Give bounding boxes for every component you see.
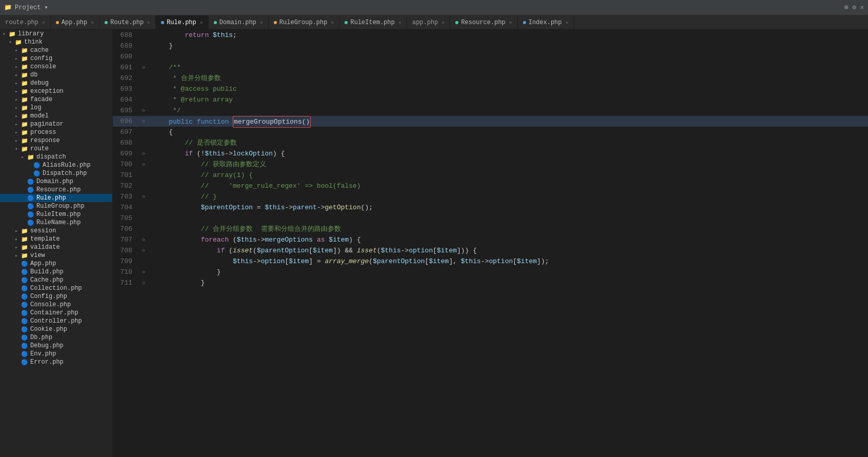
tree-item-Console.php-t[interactable]: 🔵Console.php [0,301,112,309]
layout-icon[interactable]: ⊞ [844,4,848,11]
fold-icon-708[interactable]: ◇ [142,245,145,256]
tree-item-process[interactable]: ▸📁process [0,128,112,136]
tree-item-cache[interactable]: ▸📁cache [0,46,112,54]
tree-indent [0,153,18,161]
tree-item-Error.php-t[interactable]: 🔵Error.php [0,358,112,366]
gutter-710: ◇ [138,267,149,277]
tree-item-exception[interactable]: ▸📁exception [0,87,112,95]
line-number-700: 700 [113,159,138,170]
tree-label-library: library [18,30,44,37]
tree-item-library[interactable]: ▾📁library [0,30,112,38]
tab-route.php[interactable]: route.php✕ [0,15,51,29]
tree-indent [0,162,25,169]
tab-close-route.php[interactable]: ✕ [42,19,45,26]
code-area[interactable]: 688 return $this;689 }690691◇ /**692 * 合… [113,30,868,457]
tab-app.php[interactable]: app.php✕ [407,15,450,29]
tree-icon-Db.php-t: 🔵 [21,334,29,341]
code-line-704: 704 $parentOption = $this->parent->getOp… [113,202,868,213]
tree-item-log[interactable]: ▸📁log [0,104,112,112]
tab-RuleItem.php[interactable]: RuleItem.php✕ [339,15,407,29]
tree-item-Cache.php-t[interactable]: 🔵Cache.php [0,276,112,284]
line-number-704: 704 [113,202,138,213]
tree-item-AliasRule.php[interactable]: 🔵AliasRule.php [0,161,112,169]
tab-Rule.php[interactable]: Rule.php✕ [156,15,209,29]
tree-item-dispatch[interactable]: ▸📁dispatch [0,153,112,161]
tab-Route.php[interactable]: Route.php✕ [99,15,156,29]
tab-Domain.php[interactable]: Domain.php✕ [209,15,269,29]
tab-close-Rule.php[interactable]: ✕ [200,19,203,26]
tree-item-RuleItem.php-r[interactable]: 🔵RuleItem.php [0,210,112,218]
gutter-705 [138,213,149,224]
tree-item-Env.php-t[interactable]: 🔵Env.php [0,350,112,358]
tree-indent [0,285,12,292]
tab-Index.php[interactable]: Index.php✕ [518,15,574,29]
tree-item-RuleGroup.php-r[interactable]: 🔵RuleGroup.php [0,202,112,210]
tree-label-route: route [30,145,49,152]
fold-icon-707[interactable]: ◇ [142,234,145,245]
tree-label-exception: exception [30,88,64,95]
tree-item-view[interactable]: ▸📁view [0,251,112,260]
tab-dot-Index.php [523,21,526,24]
tree-item-Collection.php-t[interactable]: 🔵Collection.php [0,284,112,292]
fold-icon-696[interactable]: ◇ [142,116,145,127]
tab-close-Index.php[interactable]: ✕ [566,19,569,26]
tree-item-validate[interactable]: ▸📁validate [0,243,112,251]
fold-icon-710[interactable]: ◇ [142,267,145,277]
tree-item-model[interactable]: ▸📁model [0,112,112,120]
tree-item-db[interactable]: ▸📁db [0,71,112,79]
tree-item-Domain.php-r[interactable]: 🔵Domain.php [0,177,112,186]
code-line-710: 710◇ } [113,267,868,277]
tree-item-Cookie.php-t[interactable]: 🔵Cookie.php [0,325,112,333]
line-number-709: 709 [113,256,138,267]
tab-App.php[interactable]: App.php✕ [51,15,99,29]
tree-indent [0,334,12,341]
tree-item-config[interactable]: ▸📁config [0,54,112,63]
tree-item-Resource.php-r[interactable]: 🔵Resource.php [0,186,112,194]
tab-close-App.php[interactable]: ✕ [91,19,94,26]
code-content-700: // 获取路由参数定义 [149,159,868,170]
fold-icon-699[interactable]: ◇ [142,148,145,159]
tab-Resource.php[interactable]: Resource.php✕ [450,15,517,29]
fold-icon-691[interactable]: ◇ [142,62,145,73]
tree-item-Controller.php-t[interactable]: 🔵Controller.php [0,317,112,325]
tree-item-route[interactable]: ▾📁route [0,145,112,153]
tree-item-Build.php-t[interactable]: 🔵Build.php [0,268,112,276]
code-line-702: 702 // 'merge_rule_regex' => bool(false) [113,181,868,191]
tab-close-RuleGroup.php[interactable]: ✕ [331,19,334,26]
tree-item-Rule.php-r[interactable]: 🔵Rule.php [0,194,112,202]
tree-item-template[interactable]: ▸📁template [0,235,112,243]
tree-item-console[interactable]: ▸📁console [0,63,112,71]
tree-item-Debug.php-t[interactable]: 🔵Debug.php [0,342,112,350]
tree-item-Config.php-t[interactable]: 🔵Config.php [0,292,112,301]
tree-item-Dispatch.php[interactable]: 🔵Dispatch.php [0,169,112,177]
tree-label-RuleName.php-r: RuleName.php [36,219,80,226]
tree-item-Container.php-t[interactable]: 🔵Container.php [0,309,112,317]
tab-close-Route.php[interactable]: ✕ [147,19,150,26]
fold-icon-695[interactable]: ◇ [142,105,145,116]
fold-icon-711[interactable]: ◇ [142,277,145,288]
tab-RuleGroup.php[interactable]: RuleGroup.php✕ [269,15,340,29]
tree-arrow-think: ▾ [6,39,14,45]
tree-item-think[interactable]: ▾📁think [0,38,112,46]
close-icon[interactable]: ✕ [860,4,864,11]
tree-item-RuleName.php-r[interactable]: 🔵RuleName.php [0,218,112,227]
settings-icon[interactable]: ⚙ [853,4,856,11]
tab-close-Resource.php[interactable]: ✕ [509,19,512,26]
tree-item-App.php-t[interactable]: 🔵App.php [0,260,112,268]
tree-item-Db.php-t[interactable]: 🔵Db.php [0,333,112,342]
tree-indent [0,260,12,267]
fold-icon-703[interactable]: ◇ [142,191,145,202]
line-number-694: 694 [113,94,138,105]
tree-item-paginator[interactable]: ▸📁paginator [0,120,112,128]
tree-item-debug[interactable]: ▸📁debug [0,79,112,87]
fold-icon-700[interactable]: ◇ [142,159,145,170]
tab-close-RuleItem.php[interactable]: ✕ [398,19,401,26]
tree-icon-Cache.php-t: 🔵 [21,277,29,284]
tab-label-App.php: App.php [62,19,87,26]
tab-close-Domain.php[interactable]: ✕ [260,19,263,26]
tree-item-session[interactable]: ▸📁session [0,227,112,235]
gutter-690 [138,51,149,62]
tree-item-response[interactable]: ▸📁response [0,136,112,145]
tree-item-facade[interactable]: ▸📁facade [0,95,112,104]
tab-close-app.php[interactable]: ✕ [441,19,445,26]
